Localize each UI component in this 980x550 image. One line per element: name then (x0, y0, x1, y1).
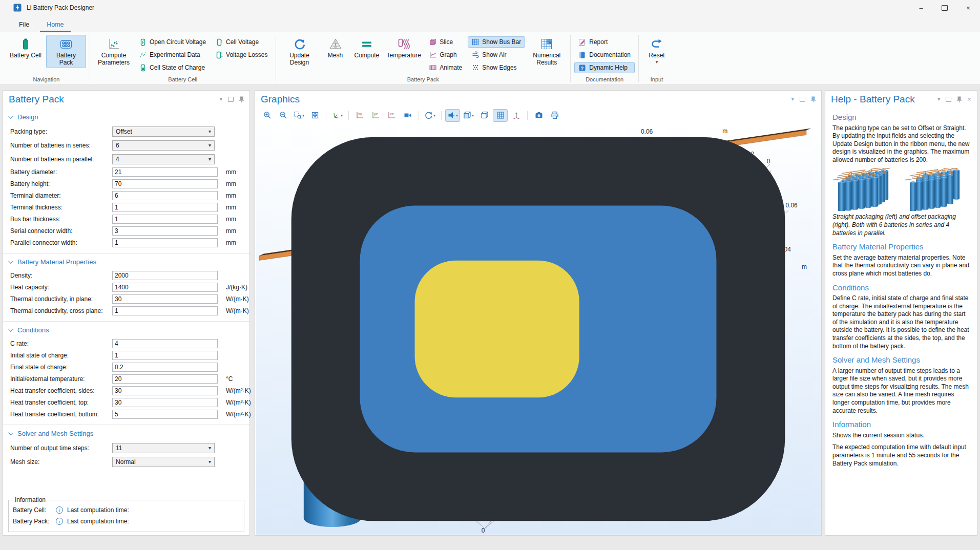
environment-reflections-button[interactable]: ▾ (461, 109, 476, 122)
zoom-box-button[interactable]: ▾ (291, 109, 306, 122)
initial-temperature-input[interactable] (112, 374, 218, 384)
slice-button[interactable]: Slice (425, 36, 466, 48)
maximize-icon (942, 5, 948, 11)
show-air-button[interactable]: Show Air (468, 49, 525, 60)
form-row: Mesh size: Normal▾ (3, 455, 249, 469)
density-input[interactable] (112, 271, 218, 280)
parallel-connector-width-input[interactable] (112, 238, 218, 247)
chevron-down-icon[interactable]: ▾ (937, 96, 941, 102)
float-panel-icon[interactable] (946, 97, 951, 102)
rotate-button[interactable]: ▾ (423, 109, 437, 122)
report-button[interactable]: Report (574, 36, 635, 48)
battery-diameter-input[interactable] (112, 167, 218, 177)
transparency-button[interactable] (477, 109, 492, 122)
default-view-button[interactable]: ▾ (330, 109, 345, 122)
scene-light-button[interactable]: ▾ (445, 109, 460, 122)
axis-orientation-button[interactable] (509, 109, 524, 122)
experimental-data-button[interactable]: Experimental Data (135, 49, 210, 60)
heat-capacity-input[interactable] (112, 283, 218, 292)
reset-button[interactable]: Reset ▾ (642, 35, 671, 65)
close-icon[interactable]: × (967, 96, 971, 102)
mesh-icon (329, 37, 342, 51)
packing-type-dropdown[interactable]: Offset▾ (112, 126, 215, 137)
maximize-button[interactable] (933, 0, 956, 15)
update-design-button[interactable]: Update Design (280, 35, 320, 68)
dynamic-help-button[interactable]: ? Dynamic Help (574, 62, 635, 73)
mesh-button[interactable]: Mesh (321, 35, 350, 61)
collapse-icon (8, 114, 13, 119)
battery-pack-button[interactable]: Battery Pack (46, 35, 86, 68)
form-row: Number of output time steps: 11▾ (3, 441, 249, 455)
htc-sides-input[interactable] (112, 386, 218, 395)
busbar-thickness-input[interactable] (112, 215, 218, 224)
battery-cell-button[interactable]: Battery Cell (7, 35, 45, 61)
pin-icon[interactable] (957, 96, 962, 102)
serial-connector-width-input[interactable] (112, 226, 218, 236)
view-indicator-icon[interactable] (256, 123, 821, 535)
section-conditions[interactable]: Conditions (3, 322, 249, 337)
tab-home[interactable]: Home (40, 18, 70, 32)
form-row: Thermal conductivity, cross plane: W/(m·… (3, 305, 249, 316)
htc-bottom-input[interactable] (112, 410, 218, 419)
initial-soc-input[interactable] (112, 351, 218, 360)
help-paragraph: The packing type can be set to Offset or… (832, 124, 970, 164)
show-bus-bar-button[interactable]: Show Bus Bar (468, 36, 525, 48)
series-count-dropdown[interactable]: 6▾ (112, 140, 215, 151)
open-circuit-voltage-button[interactable]: Open Circuit Voltage (135, 36, 210, 48)
cell-voltage-button[interactable]: Cell Voltage (212, 36, 272, 48)
info-icon[interactable]: i (56, 518, 63, 525)
yz-view-button[interactable]: yz (368, 109, 383, 122)
mesh-size-dropdown[interactable]: Normal▾ (112, 457, 215, 467)
settings-panel-title: Battery Pack (9, 94, 64, 105)
pin-icon[interactable] (239, 96, 244, 102)
documentation-button[interactable]: Documentation (574, 49, 635, 60)
chevron-down-icon[interactable]: ▾ (791, 96, 794, 102)
thermal-conductivity-in-plane-input[interactable] (112, 294, 218, 304)
section-design[interactable]: Design (3, 109, 249, 124)
zoom-extents-button[interactable] (307, 109, 322, 122)
final-soc-input[interactable] (112, 363, 218, 372)
terminal-diameter-input[interactable] (112, 191, 218, 200)
parallel-count-dropdown[interactable]: 4▾ (112, 154, 215, 164)
tab-file[interactable]: File (12, 18, 36, 32)
section-solver-mesh[interactable]: Solver and Mesh Settings (3, 425, 249, 441)
section-battery-material-properties[interactable]: Battery Material Properties (3, 253, 249, 269)
htc-top-input[interactable] (112, 398, 218, 407)
cell-state-of-charge-button[interactable]: Cell State of Charge (135, 62, 210, 73)
show-grid-button[interactable] (493, 109, 508, 122)
terminal-thickness-input[interactable] (112, 203, 218, 212)
zoom-out-button[interactable] (276, 109, 290, 122)
image-snapshot-button[interactable] (531, 109, 546, 122)
close-button[interactable]: × (956, 0, 980, 15)
thermal-conductivity-cross-plane-input[interactable] (112, 306, 218, 315)
xz-view-button[interactable]: xz (384, 109, 399, 122)
voltage-losses-button[interactable]: Voltage Losses (212, 49, 272, 60)
help-icon: ? (578, 64, 586, 72)
info-icon[interactable]: i (56, 506, 63, 514)
battery-height-input[interactable] (112, 179, 218, 188)
pin-icon[interactable] (811, 96, 816, 102)
numerical-results-button[interactable]: Numerical Results (527, 35, 567, 68)
help-paragraph: Set the average battery material propert… (832, 254, 970, 278)
compute-button[interactable]: Compute (351, 35, 383, 61)
minimize-button[interactable]: – (909, 0, 933, 15)
3d-viewport[interactable]: 0.06m0.040.0200.060.04m0.0200.10.05m0 (256, 123, 821, 535)
float-panel-icon[interactable] (800, 97, 805, 102)
compute-parameters-button[interactable]: Compute Parameters (94, 35, 134, 68)
temperature-button[interactable]: Temperature (384, 35, 424, 61)
c-rate-input[interactable] (112, 339, 218, 348)
print-button[interactable] (547, 109, 562, 122)
camera-view-button[interactable] (400, 109, 415, 122)
zoom-in-button[interactable] (260, 109, 275, 122)
ribbon-group-battery-pack: Update Design Mesh Compute (276, 32, 571, 84)
form-row: Initial/external temperature: °C (3, 373, 249, 385)
output-time-steps-dropdown[interactable]: 11▾ (112, 443, 215, 453)
chevron-down-icon[interactable]: ▾ (219, 96, 222, 102)
float-panel-icon[interactable] (228, 97, 234, 102)
graph-button[interactable]: Graph (425, 49, 466, 60)
form-row: Density: (3, 269, 249, 281)
animate-button[interactable]: Animate (425, 62, 466, 73)
form-row: Final state of charge: (3, 361, 249, 373)
xy-view-button[interactable]: xy (352, 109, 367, 122)
show-edges-button[interactable]: Show Edges (468, 62, 525, 73)
